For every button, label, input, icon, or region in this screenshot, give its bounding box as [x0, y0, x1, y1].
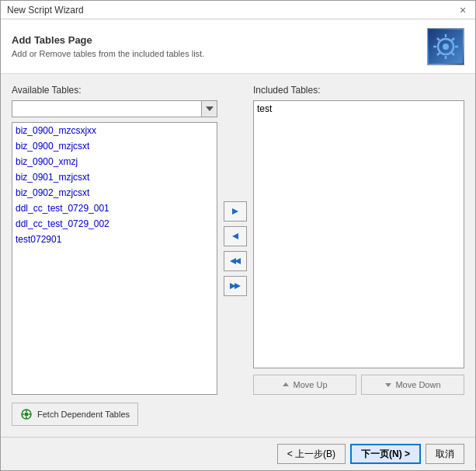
move-left-button[interactable]: [224, 226, 247, 246]
included-tables-label: Included Tables:: [253, 85, 464, 96]
move-down-label: Move Down: [395, 380, 440, 389]
included-tables-panel: Included Tables: test Move Up Move Down: [253, 85, 464, 395]
page-title: Add Tables Page: [12, 34, 204, 46]
wizard-icon: [427, 28, 464, 65]
move-up-button[interactable]: Move Up: [253, 375, 356, 395]
footer: < 上一步(B) 下一页(N) > 取消: [1, 437, 475, 470]
svg-point-12: [25, 413, 29, 417]
available-tables-panel: Available Tables: biz_0900_mzcsxjxxbiz_0…: [12, 85, 217, 395]
header-text: Add Tables Page Add or Remove tables fro…: [12, 34, 204, 58]
available-tables-input[interactable]: [12, 101, 201, 117]
combo-dropdown-arrow[interactable]: [201, 101, 217, 117]
content-area: Available Tables: biz_0900_mzcsxjxxbiz_0…: [1, 74, 475, 437]
dialog-title: New Script Wizard: [7, 5, 84, 16]
move-all-left-button[interactable]: [224, 251, 247, 271]
fetch-section: Fetch Dependent Tables: [12, 403, 464, 426]
title-bar: New Script Wizard ×: [1, 1, 475, 19]
transfer-buttons: [222, 85, 248, 395]
list-item[interactable]: biz_0900_mzcsxjxx: [12, 123, 217, 138]
dialog: New Script Wizard × Add Tables Page Add …: [0, 0, 476, 471]
list-item[interactable]: biz_0902_mzjcsxt: [12, 185, 217, 201]
fetch-dependent-tables-button[interactable]: Fetch Dependent Tables: [12, 403, 138, 426]
list-item[interactable]: test072901: [12, 232, 217, 247]
list-item[interactable]: ddl_cc_test_0729_001: [12, 201, 217, 216]
list-item[interactable]: test: [254, 101, 464, 117]
included-tables-list[interactable]: test: [253, 100, 464, 368]
header: Add Tables Page Add or Remove tables fro…: [1, 19, 475, 74]
move-all-right-button[interactable]: [224, 276, 247, 296]
tables-area: Available Tables: biz_0900_mzcsxjxxbiz_0…: [12, 85, 464, 395]
list-item[interactable]: ddl_cc_test_0729_002: [12, 216, 217, 232]
move-down-button[interactable]: Move Down: [361, 375, 464, 395]
move-up-label: Move Up: [293, 380, 327, 389]
fetch-label: Fetch Dependent Tables: [37, 410, 130, 419]
svg-point-2: [443, 44, 449, 50]
available-tables-label: Available Tables:: [12, 85, 217, 96]
next-button[interactable]: 下一页(N) >: [350, 444, 421, 464]
available-tables-list[interactable]: biz_0900_mzcsxjxxbiz_0900_mzjcsxtbiz_090…: [12, 122, 217, 395]
close-button[interactable]: ×: [457, 4, 469, 16]
move-buttons-row: Move Up Move Down: [253, 375, 464, 395]
list-item[interactable]: biz_0901_mzjcsxt: [12, 169, 217, 185]
page-description: Add or Remove tables from the included t…: [12, 49, 204, 58]
list-item[interactable]: biz_0900_xmzj: [12, 154, 217, 169]
cancel-button[interactable]: 取消: [426, 444, 464, 464]
list-item[interactable]: biz_0900_mzjcsxt: [12, 138, 217, 154]
move-right-button[interactable]: [224, 201, 247, 222]
back-button[interactable]: < 上一步(B): [277, 444, 346, 464]
available-tables-combo[interactable]: [12, 100, 217, 117]
